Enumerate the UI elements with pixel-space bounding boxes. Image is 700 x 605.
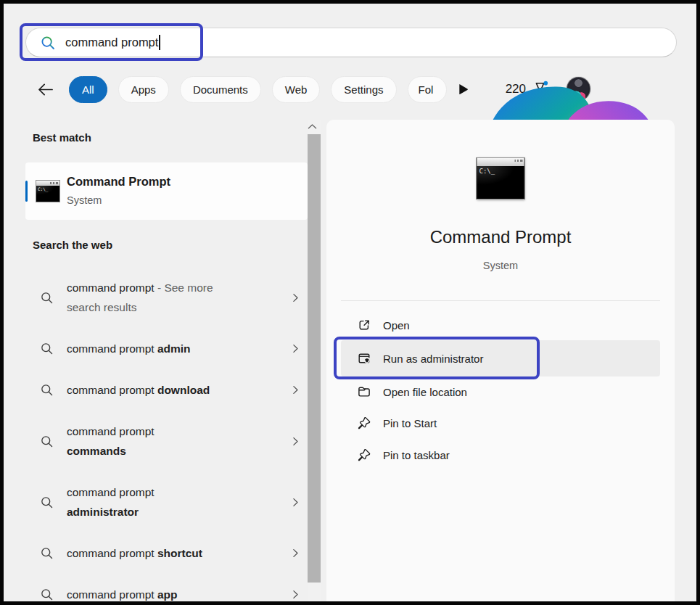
chevron-up-icon	[308, 123, 317, 130]
context-action-label: Pin to taskbar	[383, 449, 450, 461]
context-action-label: Run as administrator	[383, 353, 483, 365]
search-icon	[40, 383, 54, 397]
action-open-file-location[interactable]: Open file location	[341, 376, 660, 407]
folder-icon	[357, 384, 371, 399]
web-suggestion-label: command prompt shortcut	[67, 543, 276, 563]
chevron-right-icon[interactable]	[290, 343, 301, 354]
web-suggestion-label: command promptcommands	[67, 421, 276, 461]
best-match-result[interactable]: C:\_ Command Prompt System	[25, 162, 308, 220]
search-icon	[40, 588, 54, 601]
tab-documents[interactable]: Documents	[180, 76, 261, 103]
search-the-web-heading: Search the web	[33, 239, 112, 251]
best-match-subtitle: System	[67, 194, 102, 206]
web-suggestion-row[interactable]: command promptadministrator	[25, 472, 308, 532]
windows-search-panel: command prompt All Apps Documents Web Se…	[0, 0, 700, 605]
preview-app-subtitle: System	[326, 260, 675, 271]
open-external-icon	[357, 318, 371, 332]
context-action-label: Pin to Start	[383, 417, 437, 429]
web-suggestion-label: command prompt download	[67, 380, 276, 400]
preview-panel: C:\_ Command Prompt System Open Run as a…	[326, 120, 675, 605]
chevron-right-icon[interactable]	[290, 497, 301, 508]
text-cursor	[159, 35, 160, 50]
search-icon	[40, 495, 54, 509]
selection-accent-bar	[25, 181, 28, 202]
tab-all[interactable]: All	[69, 76, 107, 103]
tab-web[interactable]: Web	[272, 76, 321, 103]
tab-apps[interactable]: Apps	[118, 76, 169, 103]
web-suggestions-list: command prompt - See moresearch results …	[25, 267, 308, 605]
search-icon	[40, 435, 54, 448]
search-icon	[40, 35, 56, 51]
chevron-right-icon[interactable]	[290, 436, 301, 447]
web-suggestion-label: command prompt admin	[67, 339, 276, 358]
context-action-label: Open	[383, 319, 410, 332]
action-open[interactable]: Open	[341, 310, 660, 340]
chevron-right-icon[interactable]	[290, 292, 301, 303]
filter-tabs: All Apps Documents Web Settings Fol	[69, 76, 447, 103]
web-suggestion-row[interactable]: command prompt - See moresearch results	[25, 267, 308, 328]
web-suggestion-row[interactable]: command promptcommands	[25, 411, 308, 472]
command-prompt-app-icon: C:\_	[36, 180, 60, 202]
divider	[341, 300, 660, 301]
search-query-text: command prompt	[65, 36, 158, 49]
web-suggestion-label: command promptadministrator	[67, 482, 276, 522]
pin-icon	[357, 448, 371, 462]
search-icon	[40, 291, 54, 305]
chevron-right-icon[interactable]	[290, 548, 301, 559]
back-arrow-icon	[36, 80, 55, 99]
action-pin-to-start[interactable]: Pin to Start	[341, 407, 660, 439]
back-button[interactable]	[34, 78, 56, 100]
chevron-right-icon[interactable]	[290, 589, 301, 600]
web-suggestion-label: command prompt app	[67, 585, 276, 604]
context-action-label: Open file location	[383, 386, 467, 398]
command-prompt-app-icon-large: C:\_	[477, 157, 525, 199]
search-input[interactable]: command prompt	[25, 28, 677, 57]
action-run-as-administrator[interactable]: Run as administrator	[341, 340, 660, 376]
scrollbar-up-button[interactable]	[308, 120, 317, 133]
web-suggestion-row[interactable]: command prompt download	[25, 369, 308, 411]
preview-app-title: Command Prompt	[326, 227, 675, 247]
web-suggestion-row[interactable]: command prompt app	[25, 574, 308, 605]
admin-shield-icon	[357, 351, 371, 366]
chevron-right-icon[interactable]	[290, 384, 301, 395]
pin-icon	[357, 416, 371, 430]
web-suggestion-label: command prompt - See moresearch results	[67, 278, 276, 317]
results-scrollbar[interactable]	[308, 120, 321, 601]
best-match-heading: Best match	[33, 131, 91, 144]
best-match-title: Command Prompt	[67, 175, 170, 189]
search-icon	[40, 342, 54, 355]
filter-tabs-row: All Apps Documents Web Settings Fol 220	[4, 72, 696, 107]
action-pin-to-taskbar[interactable]: Pin to taskbar	[341, 439, 660, 471]
web-suggestion-row[interactable]: command prompt shortcut	[25, 532, 308, 574]
web-suggestion-row[interactable]: command prompt admin	[25, 328, 308, 369]
tab-settings[interactable]: Settings	[331, 76, 396, 103]
search-icon	[40, 546, 54, 560]
context-actions-list: Open Run as administrator Open file loca…	[326, 310, 675, 471]
scrollbar-thumb[interactable]	[308, 134, 321, 583]
